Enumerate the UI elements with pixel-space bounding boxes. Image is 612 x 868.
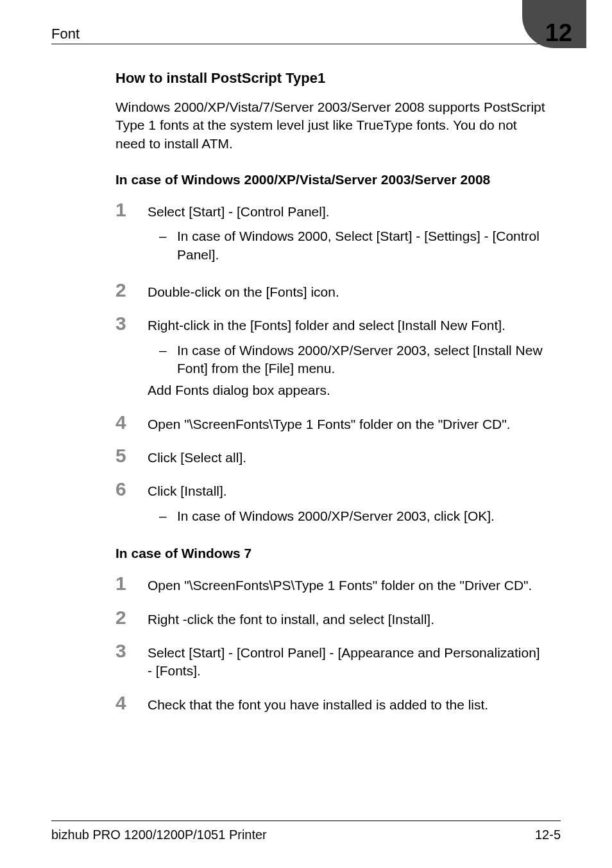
- subsection-b-title: In case of Windows 7: [115, 546, 548, 561]
- step-item: 2 Right -click the font to install, and …: [115, 608, 548, 629]
- step-body: Check that the font you have installed i…: [148, 693, 548, 714]
- step-number: 2: [115, 608, 148, 627]
- step-body: Right -click the font to install, and se…: [148, 608, 548, 629]
- sub-list: – In case of Windows 2000, Select [Start…: [159, 227, 548, 264]
- step-text: Click [Select all].: [148, 450, 246, 465]
- step-body: Click [Install]. – In case of Windows 20…: [148, 480, 548, 529]
- sub-item: – In case of Windows 2000, Select [Start…: [159, 227, 548, 264]
- step-item: 1 Select [Start] - [Control Panel]. – In…: [115, 200, 548, 268]
- step-body: Right-click in the [Fonts] folder and se…: [148, 314, 548, 399]
- step-body: Double-click on the [Fonts] icon.: [148, 281, 548, 301]
- step-item: 5 Click [Select all].: [115, 446, 548, 467]
- step-body: Click [Select all].: [148, 446, 548, 467]
- step-body: Open "\ScreenFonts\Type 1 Fonts" folder …: [148, 413, 548, 433]
- page-content: How to install PostScript Type1 Windows …: [51, 70, 561, 714]
- page-header: Font: [51, 26, 561, 44]
- header-section-title: Font: [51, 26, 80, 42]
- sub-item: – In case of Windows 2000/XP/Server 2003…: [159, 507, 548, 525]
- step-item: 4 Check that the font you have installed…: [115, 693, 548, 714]
- step-number: 1: [115, 574, 148, 593]
- step-item: 2 Double-click on the [Fonts] icon.: [115, 281, 548, 301]
- sub-list: – In case of Windows 2000/XP/Server 2003…: [159, 342, 548, 378]
- step-text: Open "\ScreenFonts\Type 1 Fonts" folder …: [148, 417, 511, 431]
- dash-icon: –: [159, 227, 177, 264]
- step-body: Select [Start] - [Control Panel]. – In c…: [148, 200, 548, 268]
- step-number: 4: [115, 413, 148, 432]
- step-item: 6 Click [Install]. – In case of Windows …: [115, 480, 548, 529]
- step-number: 1: [115, 200, 148, 220]
- step-number: 2: [115, 281, 148, 300]
- chapter-number: 12: [545, 19, 572, 47]
- sub-list: – In case of Windows 2000/XP/Server 2003…: [159, 507, 548, 525]
- step-number: 3: [115, 641, 148, 661]
- step-text: Check that the font you have installed i…: [148, 697, 488, 712]
- footer-page-number: 12-5: [535, 828, 561, 842]
- step-item: 4 Open "\ScreenFonts\Type 1 Fonts" folde…: [115, 413, 548, 433]
- sub-text: In case of Windows 2000, Select [Start] …: [177, 227, 548, 264]
- step-text: Double-click on the [Fonts] icon.: [148, 284, 339, 299]
- step-body: Select [Start] - [Control Panel] - [Appe…: [148, 641, 548, 681]
- step-number: 5: [115, 446, 148, 465]
- step-body: Open "\ScreenFonts\PS\Type 1 Fonts" fold…: [148, 574, 548, 595]
- dash-icon: –: [159, 342, 177, 378]
- sub-item: – In case of Windows 2000/XP/Server 2003…: [159, 342, 548, 378]
- step-text: Right -click the font to install, and se…: [148, 612, 434, 627]
- step-text: Select [Start] - [Control Panel].: [148, 204, 330, 219]
- step-item: 3 Select [Start] - [Control Panel] - [Ap…: [115, 641, 548, 681]
- step-item: 1 Open "\ScreenFonts\PS\Type 1 Fonts" fo…: [115, 574, 548, 595]
- step-number: 6: [115, 480, 148, 499]
- step-number: 4: [115, 693, 148, 713]
- step-item: 3 Right-click in the [Fonts] folder and …: [115, 314, 548, 399]
- dash-icon: –: [159, 507, 177, 525]
- subsection-a-title: In case of Windows 2000/XP/Vista/Server …: [115, 172, 548, 187]
- section-title: How to install PostScript Type1: [115, 70, 548, 87]
- section-paragraph: Windows 2000/XP/Vista/7/Server 2003/Serv…: [115, 98, 548, 153]
- step-number: 3: [115, 314, 148, 333]
- step-text: Select [Start] - [Control Panel] - [Appe…: [148, 645, 540, 678]
- step-text: Right-click in the [Fonts] folder and se…: [148, 318, 506, 333]
- page-footer: bizhub PRO 1200/1200P/1051 Printer 12-5: [51, 820, 561, 842]
- sub-text: In case of Windows 2000/XP/Server 2003, …: [177, 507, 548, 525]
- step-text: Open "\ScreenFonts\PS\Type 1 Fonts" fold…: [148, 578, 532, 593]
- footer-left: bizhub PRO 1200/1200P/1051 Printer: [51, 828, 267, 842]
- sub-text: In case of Windows 2000/XP/Server 2003, …: [177, 342, 548, 378]
- step-text: Click [Install].: [148, 483, 227, 498]
- step-after-text: Add Fonts dialog box appears.: [148, 381, 548, 399]
